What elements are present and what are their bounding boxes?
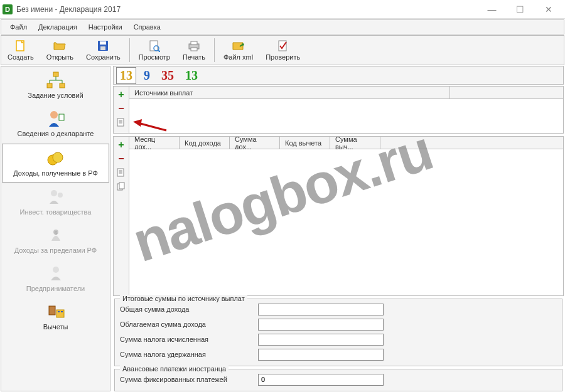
deductions-icon <box>45 302 67 322</box>
income-rf-icon <box>45 148 67 168</box>
toolbar-create-label: Создать <box>8 53 34 61</box>
check-icon <box>277 40 289 52</box>
taxable-income-label: Облагаемая сумма дохода <box>120 320 252 328</box>
svg-rect-12 <box>47 83 52 88</box>
toolbar-print-button[interactable]: Печать <box>176 36 212 65</box>
toolbar-filexml-button[interactable]: Файл xml <box>217 36 259 65</box>
foreign-icon: $ <box>45 225 67 245</box>
menu-file[interactable]: Файл <box>5 21 32 33</box>
view-icon <box>148 40 161 52</box>
rate-tab-13-green[interactable]: 13 <box>181 67 202 84</box>
separator <box>214 38 215 62</box>
months-icon-column: + − <box>114 137 129 295</box>
income-months-panel: + − Месяц дох... Код дохода Сумма дох...… <box>113 136 564 296</box>
col-code-deduct: Код вычета <box>280 137 330 149</box>
svg-rect-15 <box>59 114 64 120</box>
svg-point-17 <box>53 152 63 162</box>
fixed-payments-field[interactable] <box>258 374 384 386</box>
rate-tab-13-yellow[interactable]: 13 <box>116 67 136 84</box>
window-controls: — ☐ ✕ <box>478 1 562 18</box>
svg-rect-10 <box>279 41 286 51</box>
total-income-label: Общая сумма дохода <box>120 305 252 313</box>
edit-income-button[interactable] <box>116 167 127 178</box>
sidebar-item-income-rf[interactable]: Доходы, полученные в РФ <box>2 144 109 183</box>
toolbar-check-label: Проверить <box>266 53 300 61</box>
sidebar-item-entrepreneur[interactable]: Предприниматели <box>1 260 110 298</box>
taxable-income-field[interactable] <box>258 319 384 331</box>
tax-withheld-label: Сумма налога удержанная <box>120 351 252 358</box>
sources-list-header: Источники выплат <box>129 87 563 99</box>
remove-income-button[interactable]: − <box>116 153 127 164</box>
sources-list-body[interactable] <box>129 99 563 132</box>
income-sources-panel: + − Источники выплат <box>113 86 564 134</box>
sidebar-label: Инвест. товарищества <box>20 208 92 216</box>
remove-source-button[interactable]: − <box>116 103 127 114</box>
menu-settings[interactable]: Настройки <box>83 21 127 33</box>
months-list-body[interactable] <box>129 149 563 295</box>
months-list-header: Месяц дох... Код дохода Сумма дох... Код… <box>129 137 563 149</box>
toolbar-print-label: Печать <box>183 53 205 61</box>
svg-line-6 <box>158 50 160 52</box>
sidebar: Задание условий Сведения о декларанте До… <box>1 66 110 391</box>
rate-tab-35[interactable]: 35 <box>158 67 178 84</box>
maximize-button[interactable]: ☐ <box>506 1 534 18</box>
window-title: Без имени - Декларация 2017 <box>16 5 478 14</box>
sidebar-label: Доходы за пределами РФ <box>14 246 97 254</box>
rate-tab-9[interactable]: 9 <box>140 67 154 84</box>
window-titlebar: D Без имени - Декларация 2017 — ☐ ✕ <box>0 0 565 19</box>
svg-rect-27 <box>117 119 124 126</box>
total-income-field[interactable] <box>258 304 384 315</box>
sidebar-label: Доходы, полученные в РФ <box>13 169 98 177</box>
svg-rect-30 <box>119 183 124 189</box>
svg-rect-25 <box>58 311 60 312</box>
toolbar-filexml-label: Файл xml <box>223 53 253 61</box>
sidebar-item-conditions[interactable]: Задание условий <box>1 66 110 105</box>
menu-declaration[interactable]: Декларация <box>33 21 82 33</box>
svg-rect-2 <box>100 41 106 45</box>
edit-source-button[interactable] <box>116 117 127 128</box>
minimize-button[interactable]: — <box>478 1 506 18</box>
svg-rect-8 <box>191 41 197 45</box>
tax-calc-field[interactable] <box>258 334 384 346</box>
svg-rect-3 <box>100 46 105 50</box>
close-button[interactable]: ✕ <box>534 1 562 18</box>
fixed-payments-label: Сумма фиксированных платежей <box>120 376 252 383</box>
menubar: Файл Декларация Настройки Справка <box>1 19 564 34</box>
copy-income-button[interactable] <box>116 181 127 192</box>
conditions-icon <box>45 70 67 90</box>
totals-legend: Итоговые суммы по источнику выплат <box>120 295 247 302</box>
declarant-icon <box>45 109 67 129</box>
svg-rect-24 <box>56 310 64 317</box>
sidebar-item-deductions[interactable]: Вычеты <box>1 298 110 336</box>
tax-rate-tabs: 13 9 35 13 <box>113 66 564 85</box>
add-income-button[interactable]: + <box>116 139 127 151</box>
col-sum-income: Сумма дох... <box>230 137 280 149</box>
menu-help[interactable]: Справка <box>129 21 166 33</box>
toolbar-check-button[interactable]: Проверить <box>259 36 306 65</box>
sidebar-item-declarant[interactable]: Сведения о декларанте <box>1 105 110 143</box>
app-icon: D <box>3 4 13 14</box>
content-area: 13 9 35 13 + − Источники выплат <box>110 66 565 391</box>
sidebar-item-foreign[interactable]: $ Доходы за пределами РФ <box>1 221 110 260</box>
sources-list[interactable]: Источники выплат <box>129 87 563 133</box>
toolbar-create-button[interactable]: Создать <box>1 36 40 65</box>
tax-withheld-field[interactable] <box>258 349 384 361</box>
toolbar-save-label: Сохранить <box>86 53 121 61</box>
toolbar-save-button[interactable]: Сохранить <box>80 36 127 65</box>
col-sum-deduct: Сумма выч... <box>330 137 380 149</box>
sidebar-label: Задание условий <box>28 92 83 99</box>
svg-point-19 <box>58 193 63 198</box>
toolbar-open-button[interactable]: Открыть <box>40 36 80 65</box>
invest-icon <box>45 187 67 207</box>
svg-rect-11 <box>53 72 58 77</box>
save-icon <box>97 40 109 52</box>
svg-rect-13 <box>60 83 65 88</box>
add-source-button[interactable]: + <box>116 89 127 100</box>
sidebar-item-invest[interactable]: Инвест. товарищества <box>1 183 110 221</box>
sources-header-col: Источники выплат <box>129 87 450 98</box>
toolbar-view-button[interactable]: Просмотр <box>132 36 176 65</box>
col-month: Месяц дох... <box>129 137 180 149</box>
svg-rect-23 <box>49 306 55 315</box>
svg-text:$: $ <box>54 230 57 236</box>
toolbar-view-label: Просмотр <box>139 53 170 61</box>
